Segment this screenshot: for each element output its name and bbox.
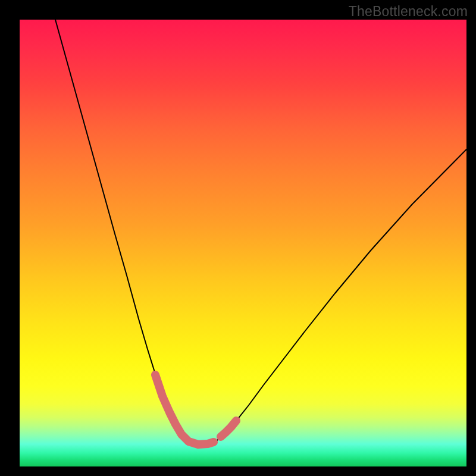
plot-area [20,20,466,466]
highlight-segment-left [155,375,214,444]
bottleneck-curve [55,20,466,445]
highlight-segment-right [221,421,236,437]
curve-layer [20,20,466,466]
outer-frame: TheBottleneck.com [0,0,476,476]
watermark-text: TheBottleneck.com [349,4,468,20]
